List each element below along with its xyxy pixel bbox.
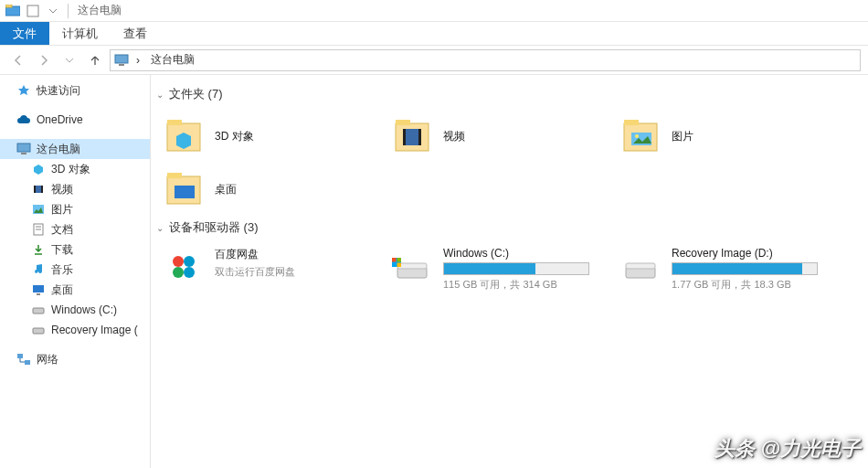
svg-point-42 bbox=[184, 267, 195, 278]
svg-rect-44 bbox=[397, 263, 427, 269]
folder-item[interactable]: 视频 bbox=[385, 110, 613, 163]
up-button[interactable] bbox=[84, 49, 106, 71]
sidebar-item-label: 3D 对象 bbox=[51, 162, 90, 177]
folder-label: 视频 bbox=[443, 129, 465, 144]
sidebar-item-label: 网络 bbox=[37, 352, 58, 367]
sidebar-item[interactable]: 桌面 bbox=[0, 280, 150, 300]
breadcrumb-location[interactable]: 这台电脑 bbox=[147, 52, 198, 68]
drive-icon bbox=[31, 303, 46, 317]
svg-rect-37 bbox=[167, 173, 182, 178]
sidebar-network[interactable]: 网络 bbox=[0, 349, 150, 369]
group-folders[interactable]: ⌄ 文件夹 (7) bbox=[156, 86, 863, 102]
drive-win-icon bbox=[390, 247, 434, 287]
star-icon bbox=[16, 83, 31, 98]
qat-icon[interactable] bbox=[24, 3, 42, 19]
devices-grid: 百度网盘双击运行百度网盘Windows (C:)115 GB 可用，共 314 … bbox=[156, 243, 863, 295]
window-title: 这台电脑 bbox=[78, 3, 122, 18]
svg-point-41 bbox=[173, 267, 184, 278]
sidebar-item[interactable]: 视频 bbox=[0, 179, 150, 199]
desktop-icon bbox=[162, 169, 206, 209]
music-icon bbox=[31, 262, 46, 277]
sidebar-item-label: OneDrive bbox=[37, 113, 83, 126]
sidebar-item-label: 图片 bbox=[51, 202, 73, 218]
pic-icon bbox=[619, 116, 662, 156]
doc-icon bbox=[31, 222, 46, 237]
drive-item[interactable]: 百度网盘双击运行百度网盘 bbox=[156, 243, 385, 295]
svg-rect-18 bbox=[37, 293, 40, 295]
svg-rect-30 bbox=[418, 129, 421, 145]
baidu-icon bbox=[162, 247, 206, 287]
sidebar-item-label: Recovery Image ( bbox=[51, 324, 138, 336]
folder-label: 3D 对象 bbox=[215, 129, 254, 144]
folder-item[interactable]: 3D 对象 bbox=[156, 110, 385, 163]
sidebar-item-label: 视频 bbox=[51, 182, 73, 197]
tab-computer[interactable]: 计算机 bbox=[49, 22, 111, 45]
ribbon-tabs: 文件 计算机 查看 bbox=[0, 22, 868, 46]
sidebar-item[interactable]: 文档 bbox=[0, 219, 150, 239]
svg-rect-24 bbox=[167, 120, 182, 125]
sidebar-item-label: 这台电脑 bbox=[37, 142, 80, 157]
svg-rect-2 bbox=[27, 5, 38, 16]
svg-rect-38 bbox=[175, 186, 195, 198]
tab-view[interactable]: 查看 bbox=[111, 22, 160, 45]
svg-rect-22 bbox=[25, 360, 30, 365]
svg-point-35 bbox=[635, 134, 639, 138]
svg-rect-10 bbox=[41, 186, 43, 193]
recent-dropdown[interactable] bbox=[58, 49, 80, 71]
svg-rect-3 bbox=[115, 55, 128, 63]
qat-dropdown-icon[interactable] bbox=[44, 3, 62, 19]
svg-rect-51 bbox=[626, 263, 655, 269]
sidebar-item-label: 快速访问 bbox=[37, 83, 80, 99]
svg-point-39 bbox=[173, 256, 184, 267]
breadcrumb-sep[interactable]: › bbox=[132, 54, 143, 67]
folder-label: 桌面 bbox=[215, 182, 237, 197]
title-bar: 这台电脑 bbox=[0, 0, 868, 22]
sidebar-onedrive[interactable]: OneDrive bbox=[0, 110, 150, 130]
svg-rect-32 bbox=[624, 120, 639, 125]
sidebar-item[interactable]: 下载 bbox=[0, 239, 150, 260]
svg-rect-5 bbox=[17, 144, 30, 152]
pc-icon bbox=[114, 54, 129, 67]
forward-button[interactable] bbox=[33, 49, 55, 71]
group-devices[interactable]: ⌄ 设备和驱动器 (3) bbox=[156, 219, 863, 236]
sidebar-item[interactable]: 3D 对象 bbox=[0, 159, 150, 179]
svg-rect-29 bbox=[403, 129, 406, 145]
sidebar-item-label: 音乐 bbox=[51, 262, 73, 278]
drive-icon bbox=[619, 247, 662, 287]
drive-item[interactable]: Windows (C:)115 GB 可用，共 314 GB bbox=[385, 243, 613, 295]
main-area: 快速访问 OneDrive 这台电脑 3D 对象视频图片文档下载音乐桌面Wind… bbox=[0, 75, 868, 468]
drive-sub: 双击运行百度网盘 bbox=[215, 265, 379, 279]
explorer-icon bbox=[4, 3, 22, 19]
3d-icon bbox=[31, 162, 46, 176]
sidebar-quick-access[interactable]: 快速访问 bbox=[0, 80, 150, 101]
drive-item[interactable]: Recovery Image (D:)1.77 GB 可用，共 18.3 GB bbox=[613, 243, 842, 295]
chevron-down-icon: ⌄ bbox=[156, 90, 164, 100]
drive-label: Windows (C:) bbox=[443, 247, 608, 260]
tab-file[interactable]: 文件 bbox=[0, 22, 49, 45]
video-icon bbox=[390, 116, 434, 156]
svg-rect-20 bbox=[33, 328, 44, 334]
sidebar-item[interactable]: Windows (C:) bbox=[0, 300, 150, 320]
drive-sub: 1.77 GB 可用，共 18.3 GB bbox=[672, 278, 836, 292]
sidebar-item-label: 下载 bbox=[51, 242, 73, 258]
drive-icon bbox=[31, 323, 46, 337]
svg-rect-49 bbox=[397, 263, 402, 268]
sidebar-item[interactable]: 音乐 bbox=[0, 260, 150, 280]
sidebar-item[interactable]: 图片 bbox=[0, 199, 150, 219]
cloud-icon bbox=[16, 112, 31, 127]
svg-rect-48 bbox=[392, 263, 397, 268]
sidebar-item-label: Windows (C:) bbox=[51, 303, 117, 316]
3d-icon bbox=[162, 116, 206, 156]
group-label: 文件夹 (7) bbox=[169, 86, 223, 102]
folder-item[interactable]: 桌面 bbox=[156, 163, 385, 216]
sidebar-item-label: 文档 bbox=[51, 222, 73, 238]
svg-rect-21 bbox=[17, 354, 23, 358]
address-bar[interactable]: › 这台电脑 bbox=[110, 49, 861, 71]
sidebar-item[interactable]: Recovery Image ( bbox=[0, 320, 150, 340]
folder-label: 图片 bbox=[672, 129, 693, 144]
sidebar-this-pc[interactable]: 这台电脑 bbox=[0, 139, 150, 159]
svg-marker-7 bbox=[34, 165, 43, 175]
folder-item[interactable]: 图片 bbox=[613, 110, 842, 163]
back-button[interactable] bbox=[7, 49, 29, 71]
sidebar-item-label: 桌面 bbox=[51, 282, 73, 298]
